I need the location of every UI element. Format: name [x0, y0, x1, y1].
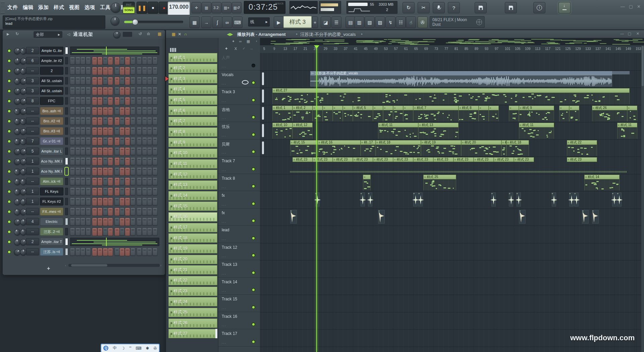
track-name[interactable]: fx [222, 193, 225, 198]
pattern-mode-button[interactable]: ☰ [331, 16, 341, 28]
pattern-item[interactable]: ≡样式 26 [168, 318, 217, 328]
pattern-clip[interactable]: ≡ [509, 106, 519, 110]
step-button[interactable] [125, 208, 130, 216]
clip-notes[interactable] [567, 145, 597, 156]
step-button[interactable] [130, 158, 135, 165]
step-button[interactable] [142, 97, 147, 105]
pattern-clip[interactable]: ≡ 样式 23 [494, 157, 514, 162]
step-button[interactable] [75, 198, 80, 206]
step-button[interactable] [75, 97, 80, 105]
step-button[interactable] [125, 127, 130, 135]
fx-clip[interactable]: » [368, 192, 372, 207]
pattern-item[interactable]: ≡样式 3 [168, 74, 217, 83]
rack-scroll-left[interactable]: ‹ [65, 264, 66, 267]
picker-scroll-handle[interactable] [215, 329, 217, 338]
step-button[interactable] [75, 248, 80, 256]
step-button[interactable] [98, 87, 102, 95]
track-options[interactable]: ... [222, 202, 226, 206]
audition-icon[interactable]: ◀▶ [227, 31, 233, 37]
step-button[interactable] [137, 148, 142, 155]
picker-grid-icon[interactable]: ▦ [171, 31, 176, 37]
step-button[interactable] [75, 148, 80, 155]
step-button[interactable] [70, 178, 75, 185]
pattern-clip[interactable]: ≡ 样式 23 [567, 157, 597, 162]
channel-selector[interactable] [65, 198, 68, 205]
step-button[interactable] [142, 67, 147, 75]
step-button[interactable] [80, 77, 85, 85]
piano-roll-preview[interactable] [70, 47, 159, 55]
step-button[interactable] [115, 228, 119, 236]
track-name[interactable]: Track 16 [222, 314, 237, 319]
track-header[interactable]: Track 14... [218, 278, 260, 295]
step-button[interactable] [130, 107, 135, 115]
oscilloscope[interactable] [289, 1, 318, 14]
step-button[interactable] [92, 127, 97, 135]
step-button[interactable] [103, 97, 108, 105]
step-button[interactable] [98, 248, 102, 256]
step-button[interactable] [98, 188, 102, 195]
pattern-clip[interactable]: ≡ [569, 106, 579, 110]
track-header[interactable]: Track 3... [218, 87, 260, 105]
pattern-item[interactable]: ≡样式 19 [168, 244, 217, 253]
pattern-clip[interactable]: ≡ 样式 14 [584, 175, 620, 179]
channel-led[interactable] [7, 230, 11, 234]
step-button[interactable] [130, 148, 135, 155]
track-led[interactable] [252, 64, 255, 67]
track-led[interactable] [252, 322, 255, 326]
track-options[interactable]: ... [222, 237, 226, 241]
step-button[interactable] [125, 87, 130, 95]
pattern-clip[interactable]: ≡ 样式 11 [519, 123, 554, 127]
step-button[interactable] [147, 228, 152, 236]
step-button[interactable] [130, 178, 135, 185]
step-button[interactable] [70, 77, 75, 85]
step-button[interactable] [115, 148, 119, 155]
step-button[interactable] [153, 198, 157, 206]
channel-pattern-number[interactable]: 1 [26, 188, 39, 195]
step-button[interactable] [80, 127, 85, 135]
step-button[interactable] [153, 137, 157, 145]
step-button[interactable] [130, 228, 135, 236]
tempo-value[interactable]: 170.000 [169, 4, 189, 10]
rack-menu-arrow[interactable]: ▶ [7, 32, 9, 36]
auto-tab-icon[interactable]: ∞ [239, 39, 242, 43]
step-button[interactable] [120, 137, 124, 145]
pattern-clip[interactable]: ≡ 样式 15 [290, 140, 318, 145]
pat-song-toggle[interactable]: PAT SONG [123, 2, 135, 14]
step-button[interactable] [86, 148, 91, 155]
main-volume-knob[interactable] [111, 17, 119, 25]
playhead-marker[interactable] [314, 45, 319, 51]
step-button[interactable] [108, 178, 113, 185]
track-header[interactable]: Track 8... [218, 174, 260, 191]
step-button[interactable] [98, 117, 102, 125]
channel-led[interactable] [7, 250, 11, 254]
step-button[interactable] [115, 127, 119, 135]
step-button[interactable] [92, 67, 97, 75]
track-led[interactable] [252, 305, 255, 309]
playlist-grid[interactable]: ⊢ 汪苏泷-不分手的恋爱_vocals≡ 样式 27≡ 样式 1≡ 样式 2≡≡… [260, 53, 644, 352]
channel-selector[interactable] [65, 107, 68, 115]
step-button[interactable] [115, 248, 119, 256]
step-button[interactable] [92, 218, 97, 226]
step-button[interactable] [86, 107, 91, 115]
step-button[interactable] [98, 57, 102, 65]
step-button[interactable] [115, 57, 119, 65]
channel-pattern-number[interactable]: 7 [26, 137, 39, 145]
step-button[interactable] [98, 67, 102, 75]
step-button[interactable] [153, 188, 157, 195]
track-options[interactable]: ... [222, 341, 226, 344]
ime-tools-icon[interactable]: ✇ [153, 346, 157, 351]
step-button[interactable] [130, 117, 135, 125]
step-button[interactable] [70, 208, 75, 216]
clip-notes[interactable] [353, 110, 373, 122]
pattern-clip[interactable]: ≡ [383, 106, 393, 110]
menu-item-pattern[interactable]: 样式 [54, 4, 64, 11]
channel-pattern-number[interactable]: 3 [26, 87, 39, 95]
track-options[interactable]: ... [222, 306, 226, 310]
step-button[interactable] [75, 67, 80, 75]
pattern-item[interactable]: ≡样式 6 [168, 106, 217, 115]
channel-led[interactable] [7, 210, 11, 214]
step-button[interactable] [130, 218, 135, 226]
channel-rack-button[interactable]: ▥ [354, 16, 364, 28]
shuttle-upper[interactable] [321, 3, 338, 6]
monitor-headphones-icon[interactable]: ∩ [183, 31, 189, 37]
